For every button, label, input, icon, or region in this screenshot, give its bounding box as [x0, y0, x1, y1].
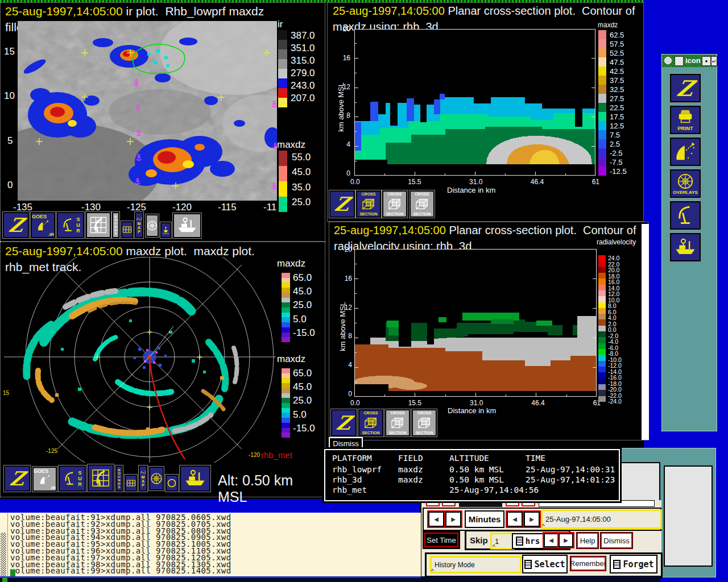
colorbar-segment	[282, 388, 290, 393]
cross-section-button[interactable]: CROSS SECTION	[412, 409, 437, 436]
scrollbar-thumb[interactable]	[1, 533, 6, 576]
colorbar-segment	[598, 290, 606, 296]
cross-section-button[interactable]: CROSS SECTION	[410, 190, 435, 218]
colorbar-segment	[598, 384, 606, 390]
ship-icon	[674, 236, 697, 258]
colorbar-segment	[279, 181, 287, 197]
remember-button[interactable]: Remember	[570, 556, 606, 571]
select-button[interactable]: Select	[522, 555, 568, 573]
window-title: 25-aug-1997,14:05:00 Planar cross-sectio…	[333, 5, 635, 18]
window-zoom-button[interactable]: ↵	[711, 56, 717, 66]
palette-satellite-button[interactable]	[670, 138, 701, 166]
goes-ir-button[interactable]: GOES .IR	[32, 467, 57, 492]
history-mode-field[interactable]: History Mode	[430, 556, 522, 573]
colorbar-tick: 47.5	[610, 59, 627, 66]
xs-maxdz-plot[interactable]	[354, 29, 595, 176]
x-tick: -115	[218, 202, 237, 213]
window-iconify-button[interactable]: ●	[702, 56, 711, 66]
map-button[interactable]: MAP	[139, 465, 147, 492]
circle-button[interactable]	[166, 475, 178, 492]
colorbar-tick: 5.0	[293, 314, 315, 324]
step-forward-button[interactable]: ▶	[524, 512, 540, 527]
wheel-icon	[147, 220, 158, 231]
ppi-radar-display[interactable]	[4, 257, 276, 463]
colorbar-segment	[282, 368, 290, 373]
colorbar-segment	[598, 157, 606, 167]
palette-print-button[interactable]: PRINT	[670, 106, 701, 134]
window-title: 25-aug-1997,14:05:00 Planar cross-sectio…	[334, 224, 636, 237]
zeb-logo-button[interactable]: Z	[331, 409, 357, 436]
cell-altitude: 25-Aug-97,14:04:56	[449, 485, 539, 494]
colorbar-segment	[282, 298, 290, 303]
colorbar-segment	[598, 372, 606, 378]
goes-ir-button[interactable]: GOES .IR	[31, 212, 55, 238]
window-doc-button[interactable]	[675, 56, 684, 66]
forget-button[interactable]: Forget	[610, 555, 657, 573]
palette-zeb-button[interactable]: Z	[670, 74, 701, 102]
overlays-button[interactable]	[146, 214, 159, 237]
icon-palette-window: icon ● ↵ Z PRINT OVERLAYS	[661, 54, 717, 431]
y-tick: 8	[346, 112, 350, 119]
window-ir-plot: 25-aug-1997,14:05:00 ir plot. Rhb_lowprf…	[0, 2, 325, 242]
sur-radar-button[interactable]: SUR	[59, 465, 86, 492]
window-xs-radialvelocity: 25-aug-1997,14:05:00 Planar cross-sectio…	[329, 222, 648, 440]
cross-section-button-active[interactable]: CROSS SECTION	[358, 409, 383, 436]
step-forward-button[interactable]: ▶	[445, 512, 461, 527]
step-back-button[interactable]: ◀	[507, 512, 523, 527]
sur-radar-button[interactable]: SUR	[57, 212, 84, 238]
colorbar-segment	[282, 302, 290, 307]
cross-section-button[interactable]: CROSS SECTION	[382, 190, 407, 218]
dismiss-button[interactable]: Dismiss	[600, 532, 633, 549]
palette-titlebar[interactable]: icon ● ↵	[662, 55, 717, 67]
zeb-logo-button[interactable]: Z	[4, 465, 30, 492]
colorbar-ppi-2-ticks: 65.045.025.05.0-15.0	[293, 366, 315, 435]
map-button[interactable]: MAP	[135, 212, 143, 238]
colorbar-segment	[278, 88, 287, 98]
ship-button[interactable]	[180, 465, 210, 492]
help-button[interactable]: Help	[576, 532, 599, 549]
colorbar-segment	[598, 367, 606, 372]
colorbar-tick: 315.0	[291, 56, 315, 65]
wheel-icon	[150, 472, 163, 485]
minigrid-button[interactable]	[121, 221, 133, 238]
colorbar-segment	[598, 148, 606, 157]
zeb-logo-button[interactable]: Z	[3, 212, 29, 238]
window-menu-button[interactable]	[664, 57, 672, 64]
bounds-button[interactable]: BOUNDS	[115, 465, 123, 492]
history-row: History Mode ^ Select Remember Forget	[425, 552, 663, 577]
bottom-green-square	[2, 577, 7, 582]
palette-ship-button[interactable]	[670, 233, 701, 261]
palette-overlays-button[interactable]: OVERLAYS	[670, 169, 701, 198]
units-button[interactable]: hrs	[512, 533, 544, 549]
skip-back-button[interactable]: ◀	[544, 533, 559, 547]
ship-button[interactable]	[173, 213, 201, 238]
zeb-logo-button[interactable]: Z	[329, 190, 355, 218]
colorbar-tick: 45.0	[293, 382, 315, 392]
cross-section-button[interactable]: CROSS SECTION	[385, 409, 410, 436]
x-tick: -130	[81, 202, 101, 213]
step-back-button[interactable]: ◀	[428, 512, 444, 527]
cross-section-button-active[interactable]: CROSS SECTION	[356, 190, 381, 218]
overlay-dismiss-button[interactable]: Dismiss	[329, 437, 363, 450]
grid-radar-button[interactable]	[86, 212, 111, 238]
ir-satellite-image[interactable]	[18, 21, 277, 201]
platform-table-overlay: PLATFORM FIELD ALTITUDE TIME rhb_lowprf …	[324, 449, 620, 501]
datetime-field[interactable]: 25-Aug-97,14:05:00	[541, 509, 662, 529]
xs-radialvelocity-plot[interactable]	[354, 249, 597, 397]
buoy-button[interactable]	[160, 222, 171, 238]
skip-forward-button[interactable]: ▶	[559, 533, 573, 547]
bounds-button[interactable]: BOUNDS	[112, 212, 119, 238]
palette-antenna-button[interactable]	[670, 201, 701, 230]
sur-label: SUR	[76, 217, 81, 234]
set-time-button[interactable]: Set Time	[423, 531, 460, 549]
ship-icon	[177, 215, 197, 236]
minutes-button[interactable]: Minutes	[465, 510, 504, 528]
overlays-button[interactable]	[149, 467, 164, 490]
colorbar-tick: 42.5	[610, 68, 627, 75]
minigrid-button[interactable]	[125, 475, 137, 492]
terminal-scrollbar[interactable]	[0, 513, 8, 577]
terminal-window[interactable]: volume:beaufait:91>xdump.all 970825.0605…	[0, 513, 421, 577]
doc-icon	[524, 560, 532, 569]
grid-radar-button[interactable]	[88, 464, 114, 492]
x-tick: 46.4	[531, 178, 544, 186]
